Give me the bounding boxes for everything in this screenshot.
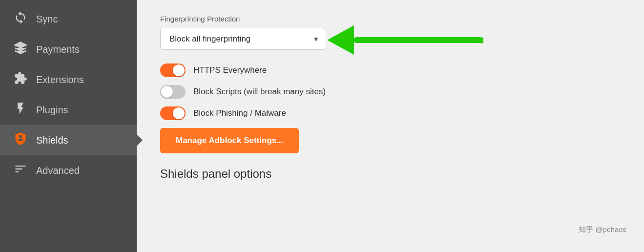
sidebar-item-plugins[interactable]: Plugins bbox=[0, 95, 137, 125]
shields-icon bbox=[14, 132, 27, 148]
watermark: 知乎 @pchaos bbox=[579, 225, 626, 234]
fingerprinting-dropdown[interactable]: Block all fingerprinting Block third-par… bbox=[160, 28, 326, 50]
sidebar-item-advanced-label: Advanced bbox=[36, 165, 80, 176]
scripts-label: Block Scripts (will break many sites) bbox=[193, 87, 326, 97]
extensions-icon bbox=[14, 71, 27, 88]
toggles-section: HTTPS Everywhere Block Scripts (will bre… bbox=[160, 63, 621, 120]
phishing-label: Block Phishing / Malware bbox=[193, 108, 286, 118]
sidebar-item-payments-label: Payments bbox=[36, 44, 80, 55]
phishing-toggle[interactable] bbox=[160, 106, 186, 120]
manage-adblock-button[interactable]: Manage Adblock Settings... bbox=[160, 128, 299, 153]
sync-icon bbox=[14, 11, 27, 27]
plugins-icon bbox=[14, 102, 27, 118]
svg-marker-1 bbox=[327, 25, 354, 55]
sidebar: Sync Payments Extensions Plugins bbox=[0, 0, 137, 252]
sidebar-item-shields-label: Shields bbox=[36, 135, 68, 146]
toggle-row-phishing: Block Phishing / Malware bbox=[160, 106, 621, 120]
shields-panel-title: Shields panel options bbox=[160, 167, 621, 181]
sidebar-item-extensions[interactable]: Extensions bbox=[0, 64, 137, 95]
advanced-icon bbox=[14, 162, 27, 179]
fingerprinting-label: Fingerprinting Protection bbox=[160, 15, 621, 23]
sidebar-item-extensions-label: Extensions bbox=[36, 74, 84, 85]
sidebar-item-plugins-label: Plugins bbox=[36, 105, 68, 116]
fingerprinting-dropdown-wrapper: Block all fingerprinting Block third-par… bbox=[160, 28, 326, 50]
sidebar-item-sync[interactable]: Sync bbox=[0, 4, 137, 34]
https-toggle-knob bbox=[173, 64, 185, 76]
phishing-toggle-knob bbox=[173, 107, 185, 119]
sidebar-item-sync-label: Sync bbox=[36, 14, 58, 25]
green-arrow-annotation bbox=[327, 21, 483, 60]
fingerprinting-section: Fingerprinting Protection Block all fing… bbox=[160, 15, 621, 63]
payments-icon bbox=[14, 41, 27, 58]
sidebar-item-advanced[interactable]: Advanced bbox=[0, 155, 137, 186]
sidebar-item-payments[interactable]: Payments bbox=[0, 34, 137, 64]
sidebar-item-shields[interactable]: Shields bbox=[0, 125, 137, 155]
toggle-row-scripts: Block Scripts (will break many sites) bbox=[160, 85, 621, 99]
scripts-toggle-knob bbox=[161, 86, 173, 98]
scripts-toggle[interactable] bbox=[160, 85, 186, 99]
toggle-row-https: HTTPS Everywhere bbox=[160, 63, 621, 77]
main-content: Fingerprinting Protection Block all fing… bbox=[137, 0, 644, 252]
https-label: HTTPS Everywhere bbox=[193, 65, 267, 75]
https-toggle[interactable] bbox=[160, 63, 186, 77]
